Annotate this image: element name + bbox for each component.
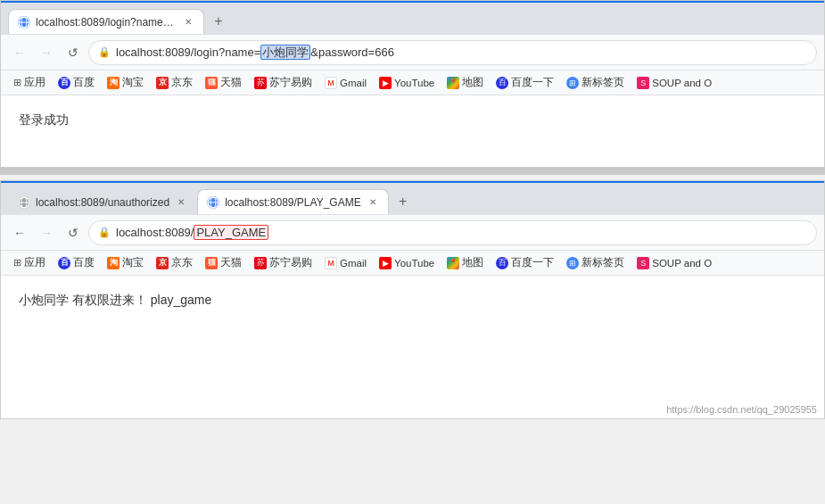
bookmark-soup-2[interactable]: S SOUP and O bbox=[631, 255, 717, 271]
url-text-2: localhost:8089/PLAY_GAME bbox=[116, 226, 268, 239]
bookmark-soup-1[interactable]: S SOUP and O bbox=[631, 75, 717, 91]
bookmark-maps-2[interactable]: 📍 地图 bbox=[441, 254, 489, 271]
forward-btn-1[interactable]: → bbox=[35, 41, 58, 64]
bookmark-baiduyixia-1[interactable]: 百 百度一下 bbox=[491, 74, 559, 91]
tab-close-1[interactable]: ✕ bbox=[182, 16, 194, 29]
soup-favicon-1: S bbox=[637, 77, 649, 89]
bookmark-apps-2[interactable]: ⊞ 应用 bbox=[8, 254, 51, 271]
refresh-btn-2[interactable]: ↺ bbox=[62, 221, 85, 244]
bookmark-label-gmail-1: Gmail bbox=[340, 78, 367, 88]
maps-favicon-1: 📍 bbox=[447, 77, 459, 89]
bookmark-suning-2[interactable]: 苏 苏宁易购 bbox=[249, 254, 318, 271]
tianmao-favicon-1: 猫 bbox=[205, 77, 218, 89]
bookmark-suning-1[interactable]: 苏 苏宁易购 bbox=[249, 74, 318, 91]
bookmark-label-baiduyixia-1: 百度一下 bbox=[511, 76, 554, 89]
bookmark-label-jd-1: 京东 bbox=[171, 76, 193, 89]
bookmark-label-maps-2: 地图 bbox=[462, 256, 483, 269]
bookmark-maps-1[interactable]: 📍 地图 bbox=[441, 74, 489, 91]
bookmark-label-apps-1: 应用 bbox=[24, 76, 45, 89]
bookmark-label-newtab-1: 新标签页 bbox=[582, 76, 624, 89]
bookmark-jd-1[interactable]: 京 京东 bbox=[151, 74, 198, 91]
baidu-favicon-1: 百 bbox=[58, 77, 70, 89]
suning-favicon-1: 苏 bbox=[254, 77, 267, 89]
baidu-favicon-2: 百 bbox=[58, 257, 70, 269]
bookmark-youtube-2[interactable]: ▶ YouTube bbox=[374, 255, 440, 271]
bookmark-baidu-2[interactable]: 百 百度 bbox=[53, 254, 100, 271]
new-tab-btn-1[interactable]: + bbox=[208, 11, 229, 32]
bookmark-label-baidu-1: 百度 bbox=[73, 76, 95, 89]
apps-icon-2: ⊞ bbox=[13, 257, 21, 269]
tab-bar-1: localhost:8089/login?name=d... ✕ + bbox=[1, 3, 824, 35]
bookmark-tianmao-1[interactable]: 猫 天猫 bbox=[200, 74, 247, 91]
newtab-favicon-1: ⊞ bbox=[566, 77, 579, 89]
bookmark-taobao-1[interactable]: 淘 淘宝 bbox=[102, 74, 149, 91]
bookmark-tianmao-2[interactable]: 猫 天猫 bbox=[200, 254, 247, 271]
soup-favicon-2: S bbox=[637, 257, 649, 269]
tab-title-2-inactive: localhost:8089/unauthorized bbox=[36, 196, 169, 209]
address-bar-2[interactable]: 🔒 localhost:8089/PLAY_GAME bbox=[88, 220, 817, 245]
page-text-1: 登录成功 bbox=[19, 112, 69, 127]
back-btn-1[interactable]: ← bbox=[8, 41, 31, 64]
bookmark-gmail-2[interactable]: M Gmail bbox=[319, 255, 372, 271]
tab-title-1: localhost:8089/login?name=d... bbox=[36, 16, 177, 29]
refresh-btn-1[interactable]: ↺ bbox=[62, 41, 85, 64]
apps-icon-1: ⊞ bbox=[13, 77, 21, 88]
bookmarks-bar-2: ⊞ 应用 百 百度 淘 淘宝 京 京东 猫 天猫 bbox=[1, 251, 824, 276]
url-prefix-1: localhost:8089/login?name= bbox=[116, 45, 260, 59]
taobao-favicon-2: 淘 bbox=[107, 257, 120, 269]
bookmark-apps-1[interactable]: ⊞ 应用 bbox=[8, 74, 51, 91]
address-bar-1[interactable]: 🔒 localhost:8089/login?name=小炮同学&passwor… bbox=[88, 40, 817, 65]
tab-1-active[interactable]: localhost:8089/login?name=d... ✕ bbox=[8, 9, 204, 34]
lock-icon-1: 🔒 bbox=[98, 46, 111, 58]
gmail-favicon-1: M bbox=[325, 77, 337, 89]
bookmark-youtube-1[interactable]: ▶ YouTube bbox=[374, 75, 440, 91]
window-separator bbox=[0, 168, 825, 175]
baiduyixia-favicon-1: 百 bbox=[496, 77, 508, 89]
tab-favicon-1 bbox=[18, 16, 30, 29]
status-bar-url: https://blog.csdn.net/qq_29025955 bbox=[666, 404, 817, 415]
tab-close-2-inactive[interactable]: ✕ bbox=[175, 196, 187, 209]
tab-title-2-active: localhost:8089/PLAY_GAME bbox=[225, 196, 361, 209]
bookmark-label-newtab-2: 新标签页 bbox=[582, 256, 624, 269]
bookmark-label-suning-2: 苏宁易购 bbox=[269, 256, 312, 269]
bookmark-jd-2[interactable]: 京 京东 bbox=[151, 254, 198, 271]
bookmark-taobao-2[interactable]: 淘 淘宝 bbox=[102, 254, 149, 271]
bookmark-gmail-1[interactable]: M Gmail bbox=[319, 75, 372, 91]
forward-btn-2[interactable]: → bbox=[35, 221, 58, 244]
jd-favicon-2: 京 bbox=[156, 257, 169, 269]
jd-favicon-1: 京 bbox=[156, 77, 169, 89]
bookmark-label-tianmao-2: 天猫 bbox=[220, 256, 242, 269]
tab-favicon-2-inactive bbox=[18, 196, 30, 209]
page-text-2: 小炮同学 有权限进来！ play_game bbox=[19, 293, 211, 307]
maps-favicon-2: 📍 bbox=[447, 257, 459, 269]
tab-favicon-2-active bbox=[207, 196, 219, 209]
bookmark-label-soup-1: SOUP and O bbox=[652, 78, 712, 88]
toolbar-1: ← → ↺ 🔒 localhost:8089/login?name=小炮同学&p… bbox=[1, 35, 824, 70]
bookmark-newtab-1[interactable]: ⊞ 新标签页 bbox=[561, 74, 630, 91]
toolbar-2: ← → ↺ 🔒 localhost:8089/PLAY_GAME bbox=[1, 215, 824, 251]
tab-2-inactive[interactable]: localhost:8089/unauthorized ✕ bbox=[8, 189, 197, 214]
bookmark-baiduyixia-2[interactable]: 百 百度一下 bbox=[491, 254, 559, 271]
back-btn-2[interactable]: ← bbox=[8, 221, 31, 244]
bookmark-label-youtube-2: YouTube bbox=[394, 258, 434, 269]
bookmarks-bar-1: ⊞ 应用 百 百度 淘 淘宝 京 京东 猫 天猫 bbox=[1, 70, 824, 95]
bookmark-label-taobao-1: 淘宝 bbox=[122, 76, 144, 89]
new-tab-btn-2[interactable]: + bbox=[392, 191, 414, 212]
baiduyixia-favicon-2: 百 bbox=[496, 257, 508, 269]
tab-2-active[interactable]: localhost:8089/PLAY_GAME ✕ bbox=[197, 189, 389, 214]
newtab-favicon-2: ⊞ bbox=[566, 257, 579, 269]
bookmark-label-soup-2: SOUP and O bbox=[652, 258, 712, 269]
bookmark-label-apps-2: 应用 bbox=[24, 256, 45, 269]
tab-close-2-active[interactable]: ✕ bbox=[367, 196, 379, 209]
tab-bar-2: localhost:8089/unauthorized ✕ localhost:… bbox=[1, 183, 824, 215]
taobao-favicon-1: 淘 bbox=[107, 77, 120, 89]
bookmark-label-tianmao-1: 天猫 bbox=[220, 76, 242, 89]
bookmark-label-taobao-2: 淘宝 bbox=[122, 256, 144, 269]
page-content-2: 小炮同学 有权限进来！ play_game https://blog.csdn.… bbox=[1, 276, 824, 418]
url-path-highlight-2: PLAY_GAME bbox=[194, 225, 268, 240]
bookmark-baidu-1[interactable]: 百 百度 bbox=[53, 74, 100, 91]
bookmark-label-gmail-2: Gmail bbox=[340, 258, 367, 269]
bookmark-newtab-2[interactable]: ⊞ 新标签页 bbox=[561, 254, 630, 271]
url-suffix-1: &password=666 bbox=[310, 45, 394, 59]
gmail-favicon-2: M bbox=[325, 257, 337, 269]
